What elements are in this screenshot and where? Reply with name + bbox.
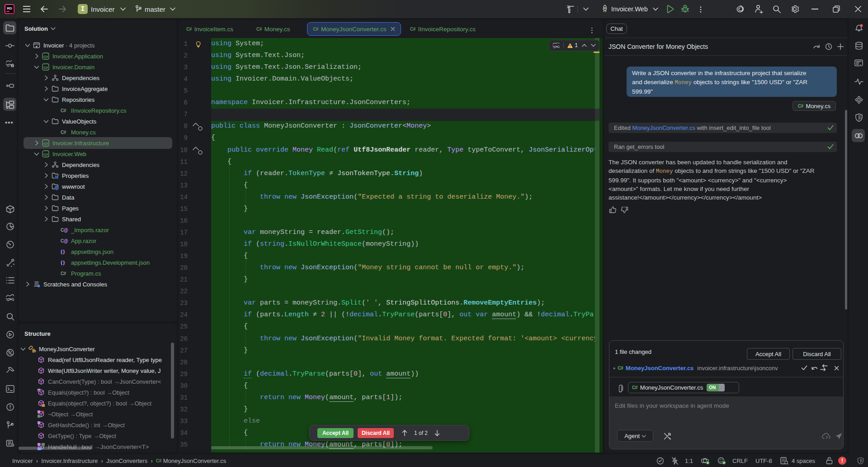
svg-text:C#: C# — [43, 65, 48, 69]
svg-text:C#: C# — [43, 152, 48, 156]
svg-text:?: ? — [11, 64, 14, 68]
svg-text:C#: C# — [43, 54, 48, 58]
svg-text:C#: C# — [43, 141, 48, 145]
